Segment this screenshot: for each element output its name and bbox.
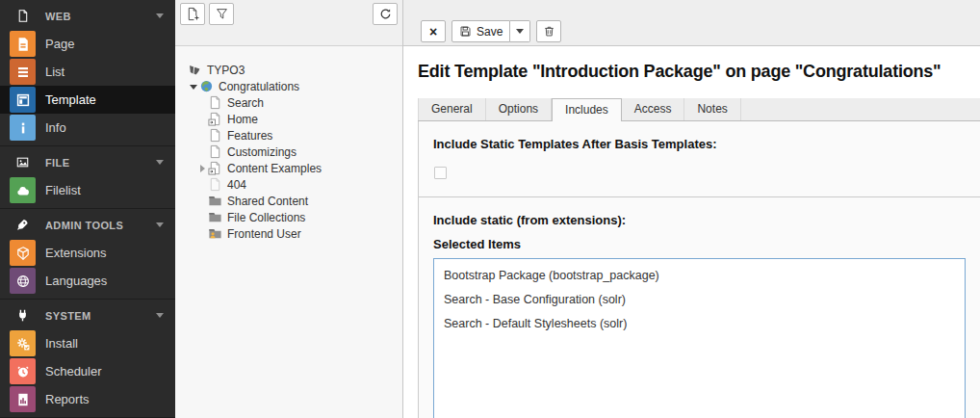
module-menu-item[interactable]: Install: [0, 329, 175, 357]
save-button[interactable]: Save: [451, 20, 510, 42]
chevron-down-icon: [156, 313, 164, 318]
tab[interactable]: Includes: [552, 98, 622, 121]
module-menu-item[interactable]: Filelist: [0, 176, 175, 204]
save-split-button: Save: [451, 20, 530, 42]
tree-toggle-icon[interactable]: [198, 196, 208, 206]
filter-icon: [215, 7, 229, 21]
tree-toggle-icon[interactable]: [198, 180, 208, 190]
tree-toggle-icon[interactable]: [198, 147, 208, 157]
tree-toggle-icon[interactable]: [198, 98, 208, 108]
module-group-items: Install Scheduler Reports: [0, 329, 175, 413]
listbox-option[interactable]: Search - Default Stylesheets (solr): [434, 312, 965, 336]
filter-button[interactable]: [209, 3, 234, 25]
module-label: Reports: [45, 392, 90, 406]
tree-node-label: 404: [227, 178, 246, 192]
tab-label: General: [431, 102, 473, 116]
module-icon: [10, 59, 36, 85]
tree-toggle-icon[interactable]: [178, 65, 188, 75]
selected-items-listbox[interactable]: Bootstrap Package (bootstrap_package)Sea…: [433, 258, 966, 418]
module-group-label: ADMIN TOOLS: [45, 220, 156, 231]
save-options-button[interactable]: [510, 20, 530, 42]
module-menu-item[interactable]: Template: [0, 86, 175, 114]
tree-node[interactable]: File Collections: [175, 209, 400, 225]
tab[interactable]: Notes: [684, 98, 740, 120]
module-menu-item[interactable]: Languages: [0, 267, 175, 295]
tree-node[interactable]: Shared Content: [175, 193, 400, 209]
tree-node[interactable]: Content Examples: [175, 160, 400, 176]
tree-node[interactable]: Features: [175, 127, 400, 144]
tree-node-icon: [208, 128, 222, 143]
module-group-items: Page List Template: [0, 30, 175, 142]
tree-toggle-icon[interactable]: [198, 115, 208, 124]
chevron-down-icon: [156, 222, 164, 227]
tree-node[interactable]: Frontend User: [175, 225, 400, 242]
tree-node-icon: [208, 226, 222, 241]
close-icon: ×: [429, 25, 437, 39]
module-group-header[interactable]: WEB: [0, 2, 175, 30]
tree-node-label: Customizings: [227, 145, 297, 159]
tree-node[interactable]: TYPO3: [175, 62, 400, 78]
module-icon: [10, 240, 36, 266]
tree-node-label: Frontend User: [227, 227, 301, 241]
tab-label: Options: [499, 102, 538, 116]
chevron-down-icon: [156, 13, 164, 18]
tree-node[interactable]: Home: [175, 111, 400, 127]
tree-node-icon: [208, 144, 222, 159]
delete-button[interactable]: [536, 20, 561, 42]
module-group-icon: [10, 155, 36, 170]
tree-node[interactable]: 404: [175, 176, 400, 193]
tree-node[interactable]: Search: [175, 94, 400, 111]
save-button-label: Save: [477, 25, 503, 39]
module-group-items: Filelist: [0, 176, 175, 204]
field-label: Include Static Templates After Basis Tem…: [433, 137, 966, 151]
page-tree-toolbar: [175, 0, 402, 46]
module-label: Install: [45, 336, 78, 351]
module-group-header[interactable]: ADMIN TOOLS: [0, 211, 175, 239]
listbox-option[interactable]: Bootstrap Package (bootstrap_package): [434, 264, 965, 288]
tree-node[interactable]: Congratulations: [175, 78, 400, 94]
tree-node-icon: [199, 79, 214, 93]
tree-toggle-icon[interactable]: [198, 213, 208, 222]
tree-node-label: Search: [227, 96, 264, 110]
tree-toggle-icon[interactable]: [198, 229, 208, 239]
edit-document: Edit Template "Introduction Package" on …: [403, 46, 980, 418]
refresh-icon: [378, 7, 393, 21]
tab[interactable]: Access: [622, 98, 685, 120]
tree-node-icon: [208, 210, 222, 224]
module-icon: [10, 268, 36, 294]
tree-toggle-icon[interactable]: [198, 131, 208, 141]
tree-node-icon: [188, 63, 202, 77]
module-group: FILE Filelist: [0, 146, 175, 209]
module-menu-item[interactable]: Page: [0, 30, 175, 58]
module-menu-item[interactable]: Extensions: [0, 239, 175, 267]
tab[interactable]: General: [418, 98, 486, 120]
include-static-after-basis-checkbox[interactable]: [434, 167, 447, 179]
page-title: Edit Template "Introduction Package" on …: [418, 62, 980, 82]
module-group-header[interactable]: FILE: [0, 148, 175, 176]
tab-label: Access: [634, 102, 672, 116]
tree-toggle-icon[interactable]: [190, 82, 199, 91]
refresh-button[interactable]: [373, 3, 398, 25]
tree-node[interactable]: Customizings: [175, 144, 400, 160]
module-label: Page: [45, 37, 74, 51]
module-group-header[interactable]: SYSTEM: [0, 301, 175, 329]
tree-node-icon: [208, 112, 222, 126]
listbox-option[interactable]: Search - Base Configuration (solr): [434, 288, 965, 312]
module-menu-item[interactable]: Scheduler: [0, 357, 175, 385]
module-menu: WEB Page List: [0, 0, 175, 418]
module-icon: [10, 177, 36, 203]
tab[interactable]: Options: [486, 98, 552, 120]
module-menu-item[interactable]: Reports: [0, 385, 175, 413]
tree-node-label: TYPO3: [207, 64, 245, 77]
module-menu-item[interactable]: List: [0, 58, 175, 86]
module-group-icon: [10, 308, 36, 323]
page-tree: TYPO3 Congratulations Search: [175, 46, 402, 242]
content-area: × Save Edit Template "Introduction Packa…: [403, 0, 980, 418]
module-menu-item[interactable]: Info: [0, 114, 175, 142]
new-page-button[interactable]: [180, 3, 205, 25]
module-label: Extensions: [45, 246, 107, 260]
chevron-down-icon: [156, 160, 164, 165]
module-icon: [10, 87, 36, 113]
tree-toggle-icon[interactable]: [198, 164, 208, 173]
close-button[interactable]: ×: [421, 20, 446, 42]
